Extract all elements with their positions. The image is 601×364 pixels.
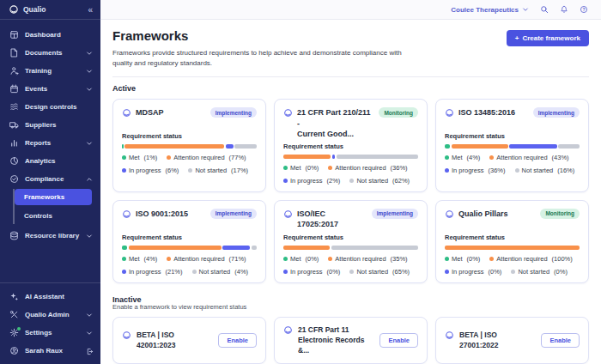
check-circle-icon bbox=[9, 174, 19, 184]
main-area: Coulee Therapeutics ? Frameworks Framewo… bbox=[100, 0, 601, 364]
topbar: Coulee Therapeutics ? bbox=[100, 0, 601, 20]
inactive-card-iso-42001[interactable]: BETA | ISO 42001:2023 Enable bbox=[112, 317, 266, 364]
qualio-framework-icon bbox=[122, 108, 131, 118]
status-badge: Implementing bbox=[210, 209, 257, 219]
framework-title: ISO/IEC 17025:2017 bbox=[297, 209, 367, 231]
chevron-down-icon bbox=[86, 233, 93, 240]
dashboard-icon bbox=[9, 30, 19, 39]
logout-icon[interactable] bbox=[86, 348, 93, 355]
help-icon[interactable]: ? bbox=[580, 5, 588, 14]
sidebar-item-reports[interactable]: Reports bbox=[0, 134, 100, 152]
sidebar-item-design-controls[interactable]: Design controls bbox=[0, 98, 100, 116]
sidebar-item-frameworks[interactable]: Frameworks bbox=[15, 189, 92, 205]
legend-row: In progress(36%) Not started(16%) bbox=[445, 167, 580, 174]
qualio-framework-icon bbox=[445, 209, 454, 219]
inactive-card-iso-27001[interactable]: BETA | ISO 27001:2022 Enable bbox=[435, 317, 589, 364]
svg-text:?: ? bbox=[582, 7, 585, 12]
sidebar-item-suppliers[interactable]: Suppliers bbox=[0, 116, 100, 134]
framework-title: 21 CFR Part 210/211 -Current Good... bbox=[297, 107, 374, 140]
framework-card-mdsap[interactable]: MDSAP Implementing Requirement status Me… bbox=[112, 99, 266, 192]
sidebar-item-qualio-admin[interactable]: Qualio Admin bbox=[0, 306, 100, 324]
framework-card-21-cfr-210-211[interactable]: 21 CFR Part 210/211 -Current Good... Mon… bbox=[274, 99, 428, 192]
collapse-sidebar-icon[interactable]: « bbox=[88, 5, 93, 15]
legend-row: In progress(6%) Not started(17%) bbox=[122, 167, 257, 174]
legend-row: In progress(0%) Not started(65%) bbox=[283, 268, 418, 276]
framework-card-qualio-pillars[interactable]: Qualio Pillars Monitoring Requirement st… bbox=[435, 200, 589, 283]
sidebar-footer: AI Assistant Qualio Admin Settings Sarah… bbox=[0, 282, 100, 364]
chevron-down-icon bbox=[86, 312, 93, 318]
chevron-down-icon bbox=[86, 86, 93, 93]
brand: Qualio bbox=[9, 4, 83, 15]
qualio-framework-icon bbox=[445, 331, 454, 340]
requirement-status-bar bbox=[122, 144, 257, 149]
legend-row: In progress(21%) Not started(4%) bbox=[122, 268, 257, 276]
sidebar-item-compliance[interactable]: Compliance bbox=[0, 170, 100, 188]
requirement-status-bar bbox=[445, 246, 580, 250]
calendar-icon bbox=[9, 84, 19, 94]
framework-title: ISO 13485:2016 bbox=[458, 107, 529, 130]
sidebar-item-user[interactable]: Sarah Raux bbox=[0, 342, 100, 360]
requirement-status-bar bbox=[445, 144, 580, 149]
qualio-framework-icon bbox=[283, 108, 293, 118]
legend-row: Met(0%) Attention required(100%) bbox=[445, 255, 580, 263]
notification-dot bbox=[17, 327, 21, 331]
qualio-logo-icon bbox=[9, 4, 19, 15]
active-section-title: Active bbox=[112, 84, 589, 93]
active-frameworks-grid: MDSAP Implementing Requirement status Me… bbox=[112, 99, 589, 283]
requirement-status-label: Requirement status bbox=[283, 143, 418, 150]
qualio-framework-icon bbox=[122, 209, 131, 219]
framework-title: 21 CFR Part 11Electronic Records &... bbox=[298, 325, 374, 356]
sidebar-item-events[interactable]: Events bbox=[0, 80, 100, 98]
requirement-status-label: Requirement status bbox=[445, 132, 580, 140]
plus-icon: + bbox=[515, 34, 519, 42]
sidebar-item-settings[interactable]: Settings bbox=[0, 324, 100, 342]
database-icon bbox=[9, 231, 19, 240]
legend-row: Met(0%) Attention required(35%) bbox=[283, 255, 418, 263]
qualio-framework-icon bbox=[445, 108, 454, 118]
notifications-bell-icon[interactable] bbox=[560, 5, 568, 14]
chevron-down-icon bbox=[522, 6, 529, 13]
chevron-down-icon bbox=[86, 330, 93, 337]
org-switcher[interactable]: Coulee Therapeutics bbox=[451, 6, 529, 14]
sparkle-icon bbox=[9, 292, 19, 301]
sidebar-item-dashboard[interactable]: Dashboard bbox=[0, 26, 100, 44]
legend-row: Met(1%) Attention required(77%) bbox=[122, 154, 257, 161]
legend-row: Met(0%) Attention required(36%) bbox=[283, 164, 418, 172]
framework-title: BETA | ISO 27001:2022 bbox=[459, 330, 536, 351]
requirement-status-bar bbox=[283, 155, 418, 159]
sidebar: Qualio « Dashboard Documents Training Ev… bbox=[0, 0, 100, 364]
page-description: Frameworks provide structured requiremen… bbox=[112, 48, 411, 69]
enable-button[interactable]: Enable bbox=[218, 333, 257, 348]
layers-wave-icon bbox=[9, 102, 19, 112]
sidebar-item-controls[interactable]: Controls bbox=[15, 208, 92, 224]
person-icon bbox=[9, 66, 19, 76]
sidebar-item-resource-library[interactable]: Resource library bbox=[0, 227, 100, 245]
search-icon[interactable] bbox=[540, 5, 549, 14]
create-framework-button[interactable]: + Create framework bbox=[507, 30, 589, 46]
framework-card-iso-13485[interactable]: ISO 13485:2016 Implementing Requirement … bbox=[435, 99, 589, 192]
enable-button[interactable]: Enable bbox=[541, 333, 580, 348]
sidebar-item-ai-assistant[interactable]: AI Assistant bbox=[0, 288, 100, 306]
qualio-framework-icon bbox=[122, 331, 131, 340]
requirement-status-bar bbox=[283, 246, 418, 250]
inactive-section-subtitle: Enable a framework to view requirement s… bbox=[112, 303, 589, 311]
framework-card-iso-iec-17025[interactable]: ISO/IEC 17025:2017 Implementing Requirem… bbox=[274, 200, 428, 283]
sidebar-item-analytics[interactable]: Analytics bbox=[0, 152, 100, 170]
chevron-down-icon bbox=[86, 50, 93, 57]
framework-title: Qualio Pillars bbox=[458, 209, 536, 231]
compliance-submenu: Frameworks Controls bbox=[13, 189, 92, 224]
requirement-status-bar bbox=[122, 246, 257, 250]
tools-icon bbox=[9, 310, 19, 319]
divider bbox=[112, 76, 589, 77]
framework-title: MDSAP bbox=[136, 107, 206, 130]
bar-chart-icon bbox=[9, 138, 19, 148]
enable-button[interactable]: Enable bbox=[379, 333, 418, 348]
chevron-down-icon bbox=[86, 140, 93, 147]
requirement-status-label: Requirement status bbox=[283, 234, 418, 241]
sidebar-item-training[interactable]: Training bbox=[0, 62, 100, 80]
sidebar-item-documents[interactable]: Documents bbox=[0, 44, 100, 62]
framework-card-iso-9001[interactable]: ISO 9001:2015 Implementing Requirement s… bbox=[112, 200, 266, 283]
inactive-card-21-cfr-part-11[interactable]: 21 CFR Part 11Electronic Records &... En… bbox=[274, 317, 428, 364]
status-badge: Monitoring bbox=[379, 107, 418, 118]
status-badge: Monitoring bbox=[540, 209, 580, 219]
